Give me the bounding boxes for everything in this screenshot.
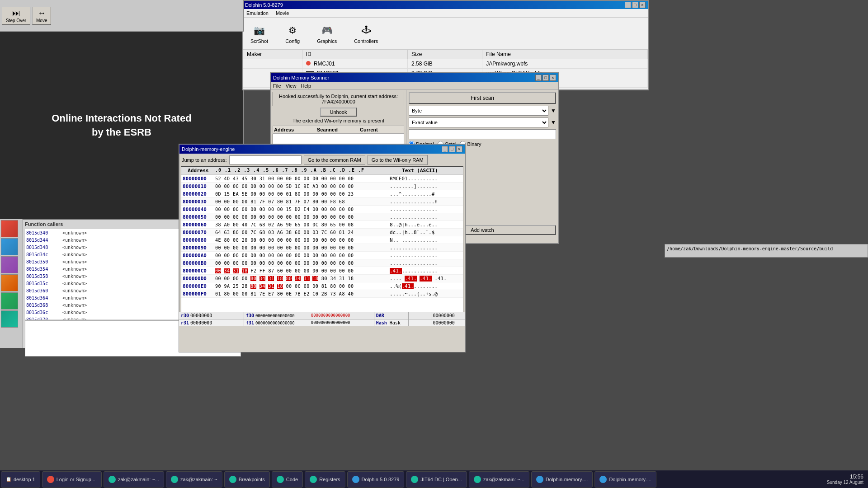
taskbar: 📋 desktop 1 Login or Signup ... zak@zakm… bbox=[0, 470, 868, 488]
taskbar-clock: 15:56 Sunday 12 August bbox=[827, 474, 863, 485]
mem-engine-titlebar: Dolphin-memory-engine _ □ × bbox=[179, 145, 465, 154]
taskbar-dolphin-mem2[interactable]: Dolphin-memory-... bbox=[594, 471, 656, 488]
taskbar-terminal1[interactable]: zak@zakmain: ~... bbox=[104, 471, 164, 488]
controllers-icon: 🕹 bbox=[359, 23, 373, 38]
hex-row: 80000020 0D 15 EA 5E 00 00 00 00 01 80 0… bbox=[181, 190, 463, 198]
scan-menubar: File View Help bbox=[271, 82, 558, 90]
col-id: ID bbox=[302, 50, 407, 59]
move-button[interactable]: ↔ Move bbox=[32, 7, 51, 25]
jump-label: Jump to an address: bbox=[182, 157, 227, 163]
search-type-dropdown[interactable]: Exact value bbox=[409, 117, 548, 127]
unhook-button[interactable]: Unhook bbox=[320, 108, 357, 117]
taskbar-code[interactable]: Code bbox=[272, 471, 303, 488]
scan-maximize[interactable]: □ bbox=[542, 75, 549, 81]
type-dropdown-arrow: ▼ bbox=[551, 108, 556, 114]
taskbar-terminal3[interactable]: zak@zakmain: ~... bbox=[469, 471, 529, 488]
game-icon-5[interactable] bbox=[1, 292, 18, 310]
dolphin-menubar: Emulation Movie bbox=[243, 9, 648, 18]
dolphin-toolbar: 📷 ScrShot ⚙ Config 🎮 Graphics 🕹 Controll… bbox=[243, 18, 648, 49]
hex-row: 800000B0 00 00 00 00 00 00 00 00 00 00 0… bbox=[181, 259, 463, 267]
highlight-byte: 31 bbox=[233, 268, 239, 273]
game-icon-1[interactable] bbox=[1, 220, 18, 237]
highlight-byte: 00 bbox=[215, 268, 221, 273]
wii-ram-button[interactable]: Go to the Wii-only RAM bbox=[368, 155, 428, 165]
code-icon bbox=[277, 476, 284, 483]
highlight-byte: 18 bbox=[277, 276, 283, 281]
menu-help[interactable]: Help bbox=[301, 83, 311, 89]
reg-row-1: r30 00000000 f30 0000000000000000 000000… bbox=[179, 312, 465, 319]
mem-engine-title: Dolphin-memory-engine bbox=[182, 146, 235, 152]
dolphin-mem1-icon bbox=[536, 476, 543, 483]
type-dropdown[interactable]: Byte bbox=[409, 106, 548, 116]
common-ram-button[interactable]: Go to the common RAM bbox=[304, 155, 365, 165]
jit64-icon bbox=[411, 476, 418, 483]
hex-row: 80000030 00 00 00 00 81 7F 07 80 81 7F 0… bbox=[181, 198, 463, 206]
taskbar-breakpoints[interactable]: Breakpoints bbox=[224, 471, 270, 488]
graphics-button[interactable]: 🎮 Graphics bbox=[313, 21, 341, 46]
maximize-button[interactable]: □ bbox=[632, 2, 638, 8]
menu-movie[interactable]: Movie bbox=[274, 10, 290, 16]
menu-emulation[interactable]: Emulation bbox=[245, 10, 270, 16]
highlight-byte: 31 bbox=[268, 284, 274, 289]
taskbar-desktop[interactable]: 📋 desktop 1 bbox=[1, 471, 40, 488]
hex-row-d0: 800000D0 00 00 00 00 80 34 31 18 80 34 3… bbox=[181, 275, 463, 282]
highlight-byte: 18 bbox=[312, 276, 318, 281]
scan-titlebar: Dolphin Memory Scanner _ □ × bbox=[271, 73, 558, 82]
highlight-byte: 34 bbox=[295, 276, 301, 281]
highlight-text: .41. bbox=[420, 276, 432, 282]
scan-minimize[interactable]: _ bbox=[535, 75, 542, 81]
minimize-button[interactable]: _ bbox=[625, 2, 631, 8]
taskbar-terminal2[interactable]: zak@zakmain: ~ bbox=[166, 471, 222, 488]
highlight-text: .41. bbox=[405, 276, 417, 282]
close-button[interactable]: × bbox=[639, 2, 646, 8]
game-icon-3[interactable] bbox=[1, 256, 18, 273]
step-over-button[interactable]: ⏭ Step Over bbox=[2, 7, 30, 25]
game-icon-6[interactable] bbox=[1, 310, 18, 328]
hex-header: Address .0 .1 .2 .3 .4 .5 .6 .7 .8 .9 .A… bbox=[181, 167, 463, 175]
config-button[interactable]: ⚙ Config bbox=[281, 21, 304, 46]
col-size: Size bbox=[408, 50, 482, 59]
controllers-button[interactable]: 🕹 Controllers bbox=[350, 21, 382, 46]
game-icons-sidebar bbox=[0, 219, 23, 348]
game-icon-2[interactable] bbox=[1, 238, 18, 255]
game-row[interactable]: RMCJ01 2.58 GiB JAPmkworg.wbfs bbox=[243, 59, 648, 69]
taskbar-dolphin[interactable]: Dolphin 5.0-8279 bbox=[347, 471, 405, 488]
text-col-header: Text (ASCII) bbox=[383, 168, 457, 174]
menu-view[interactable]: View bbox=[286, 83, 297, 89]
step-over-icon: ⏭ bbox=[12, 9, 20, 18]
scan-close[interactable]: × bbox=[550, 75, 556, 81]
dolphin-titlebar: Dolphin 5.0-8279 _ □ × bbox=[243, 1, 648, 9]
taskbar-registers[interactable]: Registers bbox=[305, 471, 345, 488]
taskbar-dolphin-mem1[interactable]: Dolphin-memory-... bbox=[531, 471, 593, 488]
mem-titlebar-buttons: _ □ × bbox=[442, 146, 462, 152]
highlight-byte: 80 bbox=[250, 276, 256, 281]
value-input[interactable] bbox=[409, 129, 556, 139]
highlight-byte: 31 bbox=[268, 276, 274, 281]
highlight-byte: 34 bbox=[259, 276, 265, 281]
taskbar-login[interactable]: Login or Signup ... bbox=[42, 471, 102, 488]
scrshot-button[interactable]: 📷 ScrShot bbox=[246, 21, 272, 46]
jump-address-input[interactable] bbox=[229, 155, 302, 164]
debugger-toolbar: ⏭ Step Over ↔ Move bbox=[0, 0, 244, 32]
hex-rows[interactable]: 80000000 52 4D 43 45 30 31 00 00 00 00 0… bbox=[181, 175, 463, 324]
hex-row: 800000A0 00 00 00 00 00 00 00 00 00 00 0… bbox=[181, 252, 463, 259]
mem-minimize[interactable]: _ bbox=[442, 146, 448, 152]
mem-close[interactable]: × bbox=[456, 146, 462, 152]
mem-maximize[interactable]: □ bbox=[449, 146, 455, 152]
hex-row: 80000000 52 4D 43 45 30 31 00 00 00 00 0… bbox=[181, 175, 463, 183]
graphics-icon: 🎮 bbox=[320, 23, 334, 38]
move-icon: ↔ bbox=[38, 9, 46, 18]
menu-file[interactable]: File bbox=[273, 83, 281, 89]
extended-memory-msg: The extended Wii-only memory is present bbox=[273, 118, 404, 123]
col-maker: Maker bbox=[243, 50, 302, 59]
taskbar-jit64[interactable]: JIT64 DC | Open... bbox=[406, 471, 467, 488]
dolphin-title: Dolphin 5.0-8279 bbox=[245, 2, 283, 8]
camera-icon: 📷 bbox=[252, 23, 267, 38]
first-scan-button[interactable]: First scan bbox=[409, 92, 556, 104]
terminal2-icon bbox=[171, 476, 178, 483]
col-filename: File Name bbox=[482, 50, 648, 59]
game-icon-4[interactable] bbox=[1, 274, 18, 291]
highlight-byte: 80 bbox=[286, 276, 292, 281]
hex-row: 80000060 38 A0 00 40 7C 68 02 A6 90 65 0… bbox=[181, 221, 463, 229]
hex-row: 80000080 4E 80 00 20 00 00 00 00 00 00 0… bbox=[181, 236, 463, 244]
